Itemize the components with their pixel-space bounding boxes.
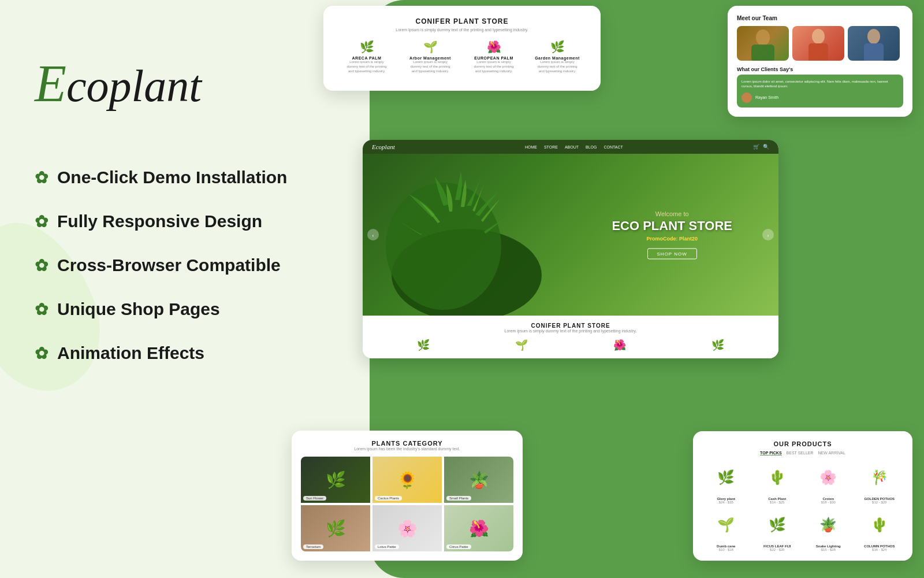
testimonial-text: Lorem ipsum dolor sit amet, consectetur …: [742, 79, 899, 89]
hero-bottom-title: CONIFER PLANT STORE: [374, 323, 767, 329]
conifer-item-desc-1: Lorem ipsum is simply dummy text of the …: [407, 60, 453, 73]
product-3: 🎋 GOLDEN POTHOS $12 - $20: [856, 460, 904, 504]
conifer-item-desc-3: Lorem ipsum is simply dummy text of the …: [534, 60, 580, 73]
author-avatar: [742, 92, 752, 103]
card-plants-category: PLANTS CATEGORY Lorem ipsum has been the…: [292, 431, 523, 561]
product-image-1: 🌵: [757, 460, 798, 495]
conifer-item-icon-2: 🌺: [471, 40, 517, 54]
feature-label-responsive: Fully Responsive Design: [57, 212, 262, 231]
plant-cell-0: 🌿 Sun Flower: [301, 457, 370, 503]
hero-prev-arrow[interactable]: ‹: [367, 229, 379, 240]
svg-rect-3: [808, 43, 828, 61]
svg-rect-5: [864, 43, 884, 61]
conifer-item-2: 🌺 EUROPEAN PALM Lorem ipsum is simply du…: [471, 40, 517, 73]
nav-contact[interactable]: CONTACT: [603, 145, 623, 149]
feature-icon-crossbrowser: ✿: [35, 256, 48, 275]
product-1: 🌵 Cash Plant $14 - $25: [754, 460, 802, 504]
conifer-item-desc-2: Lorem ipsum is simply dummy text of the …: [471, 60, 517, 73]
hero-next-arrow[interactable]: ›: [762, 229, 774, 240]
shop-now-button[interactable]: SHOP NOW: [647, 249, 697, 260]
feature-label-crossbrowser: Cross-Browser Compatible: [57, 255, 281, 275]
person-2: [792, 26, 844, 61]
conifer-item-label-3: Garden Management: [534, 56, 580, 60]
product-price-1: $14 - $25: [754, 501, 802, 504]
product-price-6: $15 - $28: [804, 548, 852, 551]
plant-label-4: Lotus Pattie: [375, 544, 399, 549]
logo-rest: coplant: [66, 61, 202, 111]
plant-label-0: Sun Flower: [303, 496, 326, 501]
product-price-2: $18 - $30: [804, 501, 852, 504]
conifer-item-label-0: ARECA PALM: [344, 56, 390, 60]
hero-plant-svg: [386, 160, 547, 316]
feature-crossbrowser: ✿ Cross-Browser Compatible: [35, 255, 287, 275]
conifer-item-icon-0: 🌿: [344, 40, 390, 54]
plant-label-1: Cactus Plants: [375, 496, 402, 501]
hero-promo: PromoCode: Plant20: [612, 236, 732, 242]
conifer-title: CONIFER PLANT STORE: [335, 17, 589, 25]
conifer-item-icon-3: 🌿: [534, 40, 580, 54]
plant-cell-4: 🌸 Lotus Pattie: [372, 505, 442, 551]
logo-area: Ecoplant: [35, 58, 202, 110]
testimonial-title: What our Clients Say's: [737, 66, 903, 72]
person-3: [848, 26, 900, 61]
plant-cell-1: 🌻 Cactus Plants: [372, 457, 442, 503]
feature-icon-responsive: ✿: [35, 212, 48, 231]
hero-nav-links: HOME STORE ABOUT BLOG CONTACT: [525, 145, 623, 149]
hero-logo: Ecoplant: [372, 143, 395, 150]
cart-icon[interactable]: 🛒: [753, 144, 759, 150]
plants-cat-title: PLANTS CATEGORY: [301, 440, 513, 447]
nav-about[interactable]: ABOUT: [565, 145, 579, 149]
product-image-0: 🌿: [706, 460, 746, 495]
team-photo-1: [737, 26, 789, 61]
plant-cell-3: 🌿 Terrarium: [301, 505, 370, 551]
feature-label-shopages: Unique Shop Pages: [57, 299, 220, 319]
search-icon[interactable]: 🔍: [763, 144, 769, 150]
feature-shopages: ✿ Unique Shop Pages: [35, 299, 287, 319]
hero-main-title: ECO PLANT STORE: [612, 220, 732, 232]
conifer-item-icon-1: 🌱: [407, 40, 453, 54]
svg-point-0: [756, 29, 770, 46]
card-meet-team: Meet our Team: [728, 6, 912, 117]
products-title: OUR PRODUCTS: [702, 440, 903, 447]
hero-bottom-icons-row: 🌿 🌱 🌺 🌿: [374, 339, 767, 351]
team-header: Meet our Team: [737, 15, 903, 21]
product-7: 🌵 COLUMN POTHOS $16 - $24: [856, 507, 904, 551]
brand-logo: Ecoplant: [35, 58, 202, 110]
hero-image-area: Welcome to ECO PLANT STORE PromoCode: Pl…: [363, 154, 778, 316]
feature-icon-animation: ✿: [35, 344, 48, 363]
product-price-4: $10 - $18: [702, 548, 750, 551]
team-photo-3: [848, 26, 900, 61]
conifer-subtitle: Lorem Ipsum is simply dummy text of the …: [335, 28, 589, 32]
card-hero: Ecoplant HOME STORE ABOUT BLOG CONTACT 🛒…: [363, 140, 778, 358]
product-6: 🪴 Snake Lighting $15 - $28: [804, 507, 852, 551]
nav-blog[interactable]: BLOG: [586, 145, 597, 149]
tab-new-arrival[interactable]: NEW ARRIVAL: [818, 451, 845, 455]
card-our-products: OUR PRODUCTS TOP PICKS BEST SELLER NEW A…: [693, 431, 912, 561]
products-grid: 🌿 Glory plant $24 - $35 🌵 Cash Plant $14…: [702, 460, 903, 551]
product-0: 🌿 Glory plant $24 - $35: [702, 460, 750, 504]
plant-label-3: Terrarium: [303, 544, 323, 549]
tab-top-picks[interactable]: TOP PICKS: [760, 451, 781, 455]
team-photos-row: [737, 26, 903, 61]
nav-home[interactable]: HOME: [525, 145, 537, 149]
feature-responsive: ✿ Fully Responsive Design: [35, 212, 287, 231]
promo-code: Plant20: [679, 236, 698, 242]
tab-best-seller[interactable]: BEST SELLER: [787, 451, 814, 455]
testimonial-section: Lorem ipsum dolor sit amet, consectetur …: [737, 75, 903, 108]
product-image-6: 🪴: [808, 507, 848, 542]
feature-label-demo: One-Click Demo Installation: [57, 168, 287, 187]
conifer-item-1: 🌱 Arbor Management Lorem ipsum is simply…: [407, 40, 453, 73]
conifer-item-3: 🌿 Garden Management Lorem ipsum is simpl…: [534, 40, 580, 73]
team-photo-2: [792, 26, 844, 61]
hero-bottom-section: CONIFER PLANT STORE Lorem ipsum is simpl…: [363, 316, 778, 358]
feature-icon-shopages: ✿: [35, 300, 48, 319]
plant-label-2: Small Plants: [446, 496, 471, 501]
products-tabs: TOP PICKS BEST SELLER NEW ARRIVAL: [702, 451, 903, 455]
product-price-0: $24 - $35: [702, 501, 750, 504]
hero-nav: Ecoplant HOME STORE ABOUT BLOG CONTACT 🛒…: [363, 140, 778, 154]
person-1: [737, 26, 789, 61]
nav-store[interactable]: STORE: [544, 145, 558, 149]
bottom-icon-1: 🌿: [417, 339, 430, 351]
product-price-3: $12 - $20: [856, 501, 904, 504]
bottom-icon-2: 🌱: [515, 339, 528, 351]
